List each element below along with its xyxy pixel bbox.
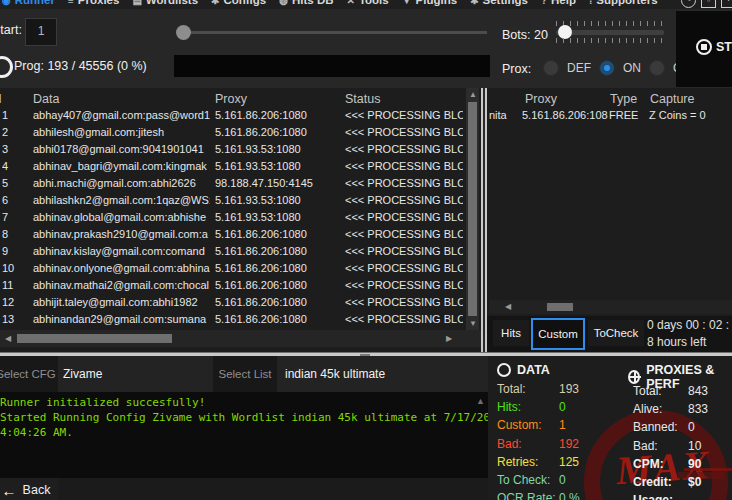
- cell-data: abhinav_bagri@ymail.com:kingmak: [33, 160, 210, 172]
- log-line: Started Running Config Zivame with Wordl…: [0, 410, 488, 425]
- stat-value: 0: [559, 473, 566, 487]
- cell-proxy: 5.161.86.206:1080: [215, 126, 342, 138]
- menu-item-hits-db[interactable]: ◍Hits DB: [279, 0, 333, 6]
- menu-item-wordlists[interactable]: ▤Wordlists: [132, 0, 198, 6]
- cell-status: <<< PROCESSING BLO: [345, 160, 463, 172]
- plugins-icon: ▼: [402, 0, 412, 6]
- start-slider-thumb[interactable]: [176, 25, 191, 40]
- window-icon[interactable]: ▫: [701, 0, 716, 8]
- table-row[interactable]: 1abhay407@gmail.com:pass@word15.161.86.2…: [0, 108, 466, 125]
- table-row[interactable]: 5abhi.machi@gmail.com:abhi262698.188.47.…: [0, 176, 466, 193]
- start-input[interactable]: 1: [25, 18, 57, 46]
- hits-table-row[interactable]: nita5.161.86.206:1080FREEZ Coins = 0: [487, 108, 732, 125]
- tab-custom[interactable]: Custom: [531, 318, 585, 350]
- clock-icon[interactable]: ◔: [681, 0, 696, 8]
- cell-status: <<< PROCESSING BLO: [345, 313, 463, 325]
- prox-def-radio[interactable]: [543, 60, 559, 76]
- table-row[interactable]: 4abhinav_bagri@ymail.com:kingmak5.161.93…: [0, 159, 466, 176]
- menu-bar-items: ◉Runner≡Proxies▤Wordlists✱Configs◍Hits D…: [2, 0, 658, 9]
- menu-item-configs[interactable]: ✱Configs: [211, 0, 266, 6]
- table-row[interactable]: 13abhinandan29@gmail.com:sumana5.161.86.…: [0, 312, 466, 329]
- prox-on-radio[interactable]: [599, 60, 615, 76]
- scroll-left-icon[interactable]: ◀: [5, 335, 11, 343]
- prox-off-radio[interactable]: [649, 60, 665, 76]
- main-area: Id Data Proxy Status 1abhay407@gmail.com…: [0, 88, 732, 352]
- table-row[interactable]: 3abhi0178@gmail.com:90419010415.161.93.5…: [0, 142, 466, 159]
- col-header-proxy[interactable]: Proxy: [215, 92, 247, 106]
- menu-item-runner[interactable]: ◉Runner: [2, 0, 55, 6]
- menu-item-settings[interactable]: ✱Settings: [470, 0, 528, 6]
- table-row[interactable]: 8abhinav.prakash2910@gmail.com:a5.161.86…: [0, 227, 466, 244]
- log-scroll-up-icon[interactable]: ▲: [476, 396, 485, 406]
- hits-col-header-proxy[interactable]: Proxy: [525, 92, 557, 106]
- results-hscrollbar[interactable]: ◀ ▶: [0, 330, 481, 347]
- table-row[interactable]: 11abhinav.mathai2@gmail.com:chocal5.161.…: [0, 278, 466, 295]
- back-button-label: Back: [23, 483, 51, 497]
- cell-proxy: 5.161.93.53:1080: [215, 143, 342, 155]
- stat-label: Total:: [633, 384, 662, 398]
- select-cfg-button[interactable]: Select CFG: [0, 356, 58, 392]
- cell-status: <<< PROCESSING BLO: [345, 296, 463, 308]
- prox-def-label[interactable]: DEF: [567, 61, 591, 75]
- menu-item-tools[interactable]: ✕Tools: [347, 0, 389, 6]
- stat-label: Banned:: [633, 420, 678, 434]
- results-vscrollbar[interactable]: ▲ ▼: [466, 88, 479, 330]
- stat-label: CPM:: [633, 457, 664, 471]
- table-row[interactable]: 10abhinav.onlyone@gmail.com:abhina5.161.…: [0, 261, 466, 278]
- runner-log[interactable]: Runner initialized succesfully!Started R…: [0, 392, 488, 478]
- select-list-button[interactable]: Select List: [213, 356, 277, 392]
- hits-col-header-type[interactable]: Type: [610, 92, 637, 106]
- col-header-id[interactable]: Id: [0, 92, 1, 106]
- stat-value: 0: [688, 420, 695, 434]
- start-slider-track[interactable]: [183, 31, 487, 34]
- menu-item-help[interactable]: ?Help: [541, 0, 576, 6]
- table-row[interactable]: 2abhilesh@gmail.com:jitesh5.161.86.206:1…: [0, 125, 466, 142]
- scroll-right-icon[interactable]: ▶: [446, 335, 452, 343]
- proxies-panel-stats: Total:843Alive:833Banned:0Bad:10CPM:90Cr…: [633, 384, 732, 500]
- prox-on-label[interactable]: ON: [623, 61, 641, 75]
- bots-slider-thumb[interactable]: [558, 25, 572, 39]
- stat-label: Bad:: [633, 439, 658, 453]
- progress-bar: [174, 55, 490, 77]
- table-row[interactable]: 7abhinav.global@gmail.com:abhishe5.161.9…: [0, 210, 466, 227]
- cell-data: abhinav.prakash2910@gmail.com:a: [33, 228, 210, 240]
- menu-item-proxies[interactable]: ≡Proxies: [68, 0, 119, 6]
- scroll-down-icon[interactable]: ▼: [469, 320, 477, 328]
- menu-item-supporters[interactable]: ⁞Supporters: [589, 0, 658, 6]
- results-hscrollbar-thumb[interactable]: [17, 334, 172, 343]
- proxies-icon: ≡: [68, 0, 74, 6]
- back-button[interactable]: ← Back: [0, 478, 58, 500]
- menu-item-plugins[interactable]: ▼Plugins: [402, 0, 457, 6]
- tab-hits[interactable]: Hits: [493, 320, 529, 346]
- cell-proxy: 5.161.93.53:1080: [215, 194, 342, 206]
- data-panel-title: DATA: [517, 363, 550, 377]
- wordlist-name: indian 45k ultimate: [285, 367, 385, 381]
- stop-button[interactable]: STOP: [676, 11, 732, 87]
- table-row[interactable]: 9abhinav.kislay@gmail.com:comand5.161.86…: [0, 244, 466, 261]
- cell-proxy: 5.161.86.206:1080: [215, 262, 342, 274]
- prox-label: Prox:: [502, 62, 531, 76]
- hits-col-header-capture[interactable]: Capture: [650, 92, 694, 106]
- bots-slider-ticks-top: [556, 21, 664, 26]
- col-header-status[interactable]: Status: [345, 92, 380, 106]
- stat-value: 90: [688, 457, 701, 471]
- table-row[interactable]: 12abhijit.taley@gmail.com:abhi19825.161.…: [0, 295, 466, 312]
- hits-hscrollbar-thumb[interactable]: [547, 303, 573, 311]
- bots-slider-track[interactable]: [556, 30, 664, 35]
- cell-status: <<< PROCESSING BLO: [345, 228, 463, 240]
- cell-id: 7: [2, 211, 30, 223]
- stat-row: Usage:: [633, 493, 732, 500]
- stat-value: 193: [559, 382, 579, 396]
- scroll-up-icon[interactable]: ▲: [469, 91, 477, 99]
- results-vscrollbar-thumb[interactable]: [468, 102, 477, 316]
- hits-scroll-left-icon[interactable]: ◀: [505, 303, 511, 311]
- prog-value: 193 / 45556 (0 %): [47, 59, 146, 73]
- table-row[interactable]: 6abhilashkn2@gmail.com:1qaz@WS:5.161.93.…: [0, 193, 466, 210]
- hits-hscrollbar[interactable]: ◀: [489, 300, 732, 314]
- power-icon[interactable]: ·: [721, 0, 732, 8]
- cell-proxy: 5.161.93.53:1080: [215, 211, 342, 223]
- stat-value: 1: [559, 418, 566, 432]
- cell-data: abhinav.onlyone@gmail.com:abhina: [33, 262, 210, 274]
- col-header-data[interactable]: Data: [33, 92, 59, 106]
- tab-tocheck[interactable]: ToCheck: [588, 320, 644, 346]
